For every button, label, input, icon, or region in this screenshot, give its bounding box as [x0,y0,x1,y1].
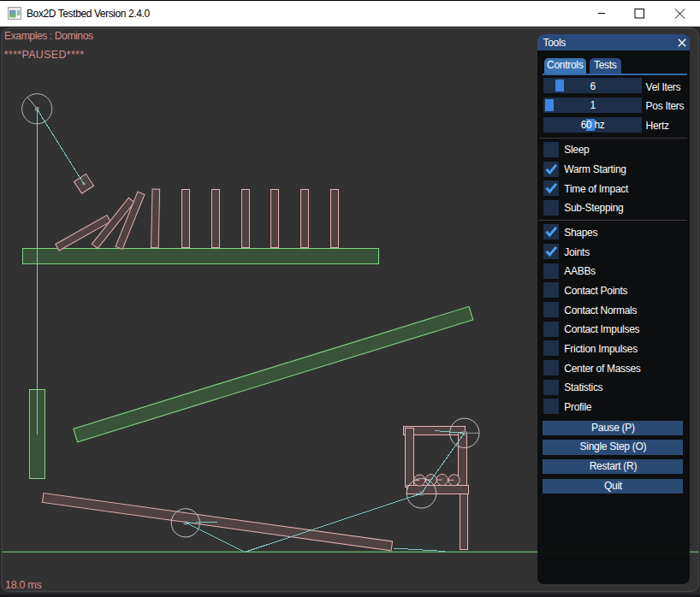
svg-text:Examples : Dominos: Examples : Dominos [4,30,93,42]
svg-text:18.0 ms: 18.0 ms [5,579,41,591]
svg-text:****PAUSED****: ****PAUSED**** [4,49,85,61]
